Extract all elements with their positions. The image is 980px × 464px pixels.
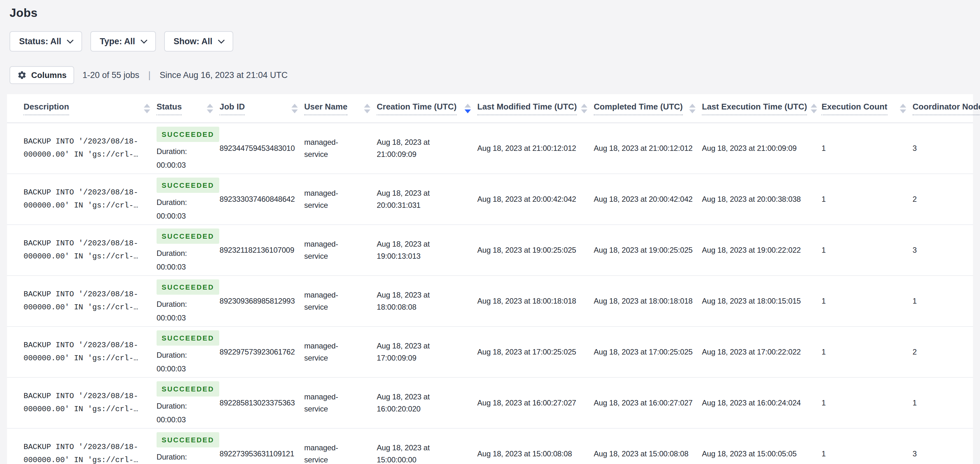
job-description-cell: BACKUP INTO '/2023/08/18-000000.00' IN '… (7, 327, 156, 378)
creation-time-cell: Aug 18, 2023 at 16:00:20:020 (377, 378, 477, 428)
job-id-cell: 892297573923061762 (220, 327, 304, 378)
column-header[interactable]: Job ID (220, 94, 304, 123)
column-header[interactable]: Creation Time (UTC) (377, 94, 477, 123)
column-header[interactable]: Description (7, 94, 156, 123)
columns-button-label: Columns (31, 70, 67, 80)
job-description: BACKUP INTO '/2023/08/18-000000.00' IN '… (24, 288, 150, 314)
column-header[interactable]: Status (156, 94, 220, 123)
completed-time-cell: Aug 18, 2023 at 21:00:12:012 (594, 123, 702, 174)
creation-time: Aug 18, 2023 at 19:00:13:013 (377, 238, 471, 263)
job-id-cell: 892333037460848642 (220, 174, 304, 225)
job-id: 892297573923061762 (220, 348, 295, 356)
duration-label: Duration: (156, 350, 213, 360)
execution-count: 1 (821, 450, 826, 458)
gear-icon (17, 70, 27, 80)
table-header-row: Description Status Job ID User Name (7, 94, 973, 123)
coordinator-node-cell: 3 (913, 428, 973, 464)
last-modified-time: Aug 18, 2023 at 18:00:18:018 (477, 297, 576, 305)
sort-arrows-icon[interactable] (900, 104, 906, 113)
last-modified-time: Aug 18, 2023 at 15:00:08:08 (477, 450, 572, 458)
column-header-label: Description (24, 102, 69, 115)
sort-arrows-icon[interactable] (689, 104, 695, 113)
coordinator-node: 1 (913, 399, 917, 407)
last-execution-time: Aug 18, 2023 at 19:00:22:022 (702, 246, 801, 254)
creation-time: Aug 18, 2023 at 16:00:20:020 (377, 391, 471, 415)
table-row: BACKUP INTO '/2023/08/18-000000.00' IN '… (7, 123, 973, 174)
completed-time: Aug 18, 2023 at 19:00:25:025 (594, 246, 693, 254)
job-description-cell: BACKUP INTO '/2023/08/18-000000.00' IN '… (7, 378, 156, 428)
filter-dropdown[interactable]: Show: All (164, 31, 233, 51)
column-header[interactable]: Coordinator Node (913, 94, 973, 123)
column-header-label: Creation Time (UTC) (377, 102, 457, 115)
job-id: 892309368985812993 (220, 297, 295, 305)
duration-value: 00:00:03 (156, 211, 213, 221)
job-id: 892273953631109121 (220, 450, 294, 458)
column-header[interactable]: Last Execution Time (UTC) (702, 94, 821, 123)
coordinator-node: 2 (913, 195, 917, 203)
status-badge: SUCCEEDED (156, 279, 219, 295)
duration-value: 00:00:03 (156, 313, 213, 323)
user-name: managed-service (304, 442, 358, 464)
filters-row: Status: All Type: All Show: All (10, 31, 980, 51)
last-modified-time-cell: Aug 18, 2023 at 18:00:18:018 (477, 276, 594, 327)
last-execution-time: Aug 18, 2023 at 16:00:24:024 (702, 399, 801, 407)
job-description: BACKUP INTO '/2023/08/18-000000.00' IN '… (24, 135, 150, 161)
column-header-label: Job ID (220, 102, 245, 115)
column-header[interactable]: Completed Time (UTC) (594, 94, 702, 123)
execution-count-cell: 1 (821, 428, 913, 464)
completed-time: Aug 18, 2023 at 15:00:08:08 (594, 450, 689, 458)
last-execution-time: Aug 18, 2023 at 15:00:05:05 (702, 450, 797, 458)
sort-arrows-icon[interactable] (811, 104, 817, 113)
completed-time-cell: Aug 18, 2023 at 19:00:25:025 (594, 225, 702, 276)
completed-time-cell: Aug 18, 2023 at 17:00:25:025 (594, 327, 702, 378)
columns-button[interactable]: Columns (10, 66, 74, 84)
sort-arrows-icon[interactable] (144, 104, 150, 113)
coordinator-node: 1 (913, 297, 917, 305)
user-name-cell: managed-service (304, 428, 377, 464)
sort-arrows-icon[interactable] (364, 104, 371, 113)
results-since: Since Aug 16, 2023 at 21:04 UTC (160, 70, 288, 80)
duration-value: 00:00:03 (156, 262, 213, 272)
user-name: managed-service (304, 340, 358, 364)
completed-time-cell: Aug 18, 2023 at 16:00:27:027 (594, 378, 702, 428)
job-description: BACKUP INTO '/2023/08/18-000000.00' IN '… (24, 339, 150, 365)
column-header[interactable]: User Name (304, 94, 377, 123)
coordinator-node-cell: 3 (913, 123, 973, 174)
table-row: BACKUP INTO '/2023/08/18-000000.00' IN '… (7, 378, 973, 428)
job-description: BACKUP INTO '/2023/08/18-000000.00' IN '… (24, 390, 150, 416)
last-execution-time: Aug 18, 2023 at 18:00:15:015 (702, 297, 801, 305)
sort-arrows-icon[interactable] (581, 104, 587, 113)
status-badge: SUCCEEDED (156, 127, 219, 142)
last-modified-time: Aug 18, 2023 at 19:00:25:025 (477, 246, 576, 254)
sort-arrows-icon[interactable] (465, 104, 471, 113)
last-execution-time-cell: Aug 18, 2023 at 20:00:38:038 (702, 174, 821, 225)
execution-count: 1 (821, 195, 826, 203)
creation-time: Aug 18, 2023 at 18:00:08:08 (377, 289, 471, 314)
jobs-table-body: BACKUP INTO '/2023/08/18-000000.00' IN '… (7, 123, 973, 464)
filter-dropdown[interactable]: Type: All (91, 31, 156, 51)
chevron-down-icon (218, 37, 224, 43)
completed-time-cell: Aug 18, 2023 at 20:00:42:042 (594, 174, 702, 225)
creation-time: Aug 18, 2023 at 15:00:00:00 (377, 442, 471, 464)
job-status-cell: SUCCEEDED Duration: 00:00:03 (156, 327, 220, 378)
execution-count-cell: 1 (821, 276, 913, 327)
job-description-cell: BACKUP INTO '/2023/08/18-000000.00' IN '… (7, 174, 156, 225)
job-id-cell: 892321182136107009 (220, 225, 304, 276)
jobs-table-card: Description Status Job ID User Name (7, 94, 973, 464)
filter-dropdown[interactable]: Status: All (10, 31, 82, 51)
sort-arrows-icon[interactable] (291, 104, 298, 113)
status-badge: SUCCEEDED (156, 381, 219, 397)
job-id-cell: 892273953631109121 (220, 428, 304, 464)
creation-time: Aug 18, 2023 at 21:00:09:09 (377, 136, 471, 161)
column-header-label: Status (156, 102, 182, 115)
execution-count: 1 (821, 144, 826, 152)
column-header[interactable]: Execution Count (821, 94, 913, 123)
last-modified-time: Aug 18, 2023 at 17:00:25:025 (477, 348, 576, 356)
toolbar-divider: | (148, 70, 151, 81)
sort-arrows-icon[interactable] (207, 104, 213, 113)
last-execution-time: Aug 18, 2023 at 20:00:38:038 (702, 195, 801, 203)
status-badge: SUCCEEDED (156, 330, 219, 346)
creation-time-cell: Aug 18, 2023 at 15:00:00:00 (377, 428, 477, 464)
job-id-cell: 892309368985812993 (220, 276, 304, 327)
column-header[interactable]: Last Modified Time (UTC) (477, 94, 594, 123)
